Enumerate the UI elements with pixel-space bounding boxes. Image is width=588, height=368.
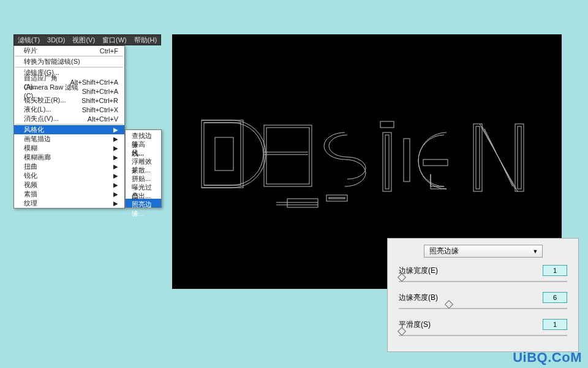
slider-value-input[interactable]: 6 [543, 292, 567, 303]
slider-smoothness: 平滑度(S) 1 [396, 319, 570, 330]
menu-item-distort[interactable]: 扭曲 ▶ [14, 162, 124, 171]
menu-item-shortcut: Shift+Ctrl+R [81, 97, 118, 104]
menu-item-convert-smart[interactable]: 转换为智能滤镜(S) [14, 57, 124, 66]
menu-item-fragment[interactable]: 碎片 Ctrl+F [14, 46, 124, 55]
menu-item-vanishing-point[interactable]: 消失点(V)... Alt+Ctrl+V [14, 114, 124, 123]
menu-item-liquify[interactable]: 液化(L)... Shift+Ctrl+X [14, 105, 124, 114]
submenu-item-emboss[interactable]: 浮雕效果... [126, 156, 161, 164]
svg-rect-4 [266, 128, 309, 184]
stylize-submenu: 查找边缘 等高线... 风... 浮雕效果... 扩散... 拼贴... 曝光过… [125, 129, 162, 208]
menu-separator [15, 56, 123, 56]
menu-item-camera-raw[interactable]: Camera Raw 滤镜(C)... Shift+Ctrl+A [14, 86, 124, 96]
submenu-item-wind[interactable]: 风... [126, 147, 161, 156]
svg-rect-20 [518, 126, 521, 189]
submenu-arrow-icon: ▶ [113, 145, 118, 151]
menu-item-label: 模糊画廊 [24, 153, 51, 162]
slider-label: 边缘宽度(E) [399, 266, 438, 276]
submenu-item-diffuse[interactable]: 扩散... [126, 164, 161, 173]
menu-item-label: 扭曲 [24, 162, 37, 171]
slider-edge-brightness: 边缘亮度(B) 6 [396, 292, 570, 303]
menu-view[interactable]: 视图(V) [69, 35, 99, 45]
slider-edge-width: 边缘宽度(E) 1 [396, 265, 570, 276]
submenu-arrow-icon: ▶ [113, 200, 118, 207]
svg-rect-18 [476, 126, 480, 189]
menu-item-label: 消失点(V)... [24, 114, 59, 123]
submenu-arrow-icon: ▶ [113, 182, 118, 188]
chevron-down-icon: ▼ [533, 248, 538, 255]
slider-value-input[interactable]: 1 [543, 265, 567, 276]
svg-rect-1 [204, 123, 241, 185]
svg-rect-12 [383, 132, 391, 191]
submenu-item-contour[interactable]: 等高线... [126, 139, 161, 147]
svg-rect-2 [215, 137, 233, 171]
submenu-arrow-icon: ▶ [113, 126, 118, 133]
submenu-arrow-icon: ▶ [113, 154, 118, 161]
svg-rect-10 [326, 195, 347, 201]
menu-item-shortcut: Alt+Ctrl+V [88, 115, 118, 123]
menu-item-shortcut: Ctrl+F [100, 47, 118, 55]
watermark-text: UiBQ.CoM [513, 350, 582, 366]
submenu-arrow-icon: ▶ [113, 136, 118, 142]
menu-item-shortcut: Shift+Ctrl+A [82, 88, 118, 95]
submenu-item-solarize[interactable]: 曝光过度 [126, 182, 161, 190]
svg-rect-15 [423, 159, 448, 166]
menu-item-blur[interactable]: 模糊 ▶ [14, 144, 124, 153]
svg-rect-17 [473, 124, 482, 191]
menu-item-shortcut: Shift+Ctrl+X [82, 106, 118, 113]
menu-separator [15, 67, 123, 67]
menu-item-texture[interactable]: 纹理 ▶ [14, 199, 124, 208]
menu-3d[interactable]: 3D(D) [43, 36, 69, 44]
menu-window[interactable]: 窗口(W) [99, 35, 130, 45]
svg-rect-3 [264, 125, 312, 186]
svg-rect-0 [202, 120, 243, 188]
menu-item-label: 素描 [24, 190, 37, 199]
effect-select[interactable]: 照亮边缘 ▼ [424, 245, 543, 258]
menu-item-label: 画笔描边 [24, 134, 51, 144]
svg-line-23 [484, 129, 513, 186]
svg-rect-13 [385, 135, 389, 189]
glowing-edges-panel: 照亮边缘 ▼ 边缘宽度(E) 1 边缘亮度(B) 6 平滑度(S) 1 [387, 238, 579, 352]
menu-item-sharpen[interactable]: 锐化 ▶ [14, 171, 124, 180]
slider-track-edge-width[interactable] [399, 277, 567, 286]
slider-label: 平滑度(S) [399, 320, 431, 330]
menu-item-label: 纹理 [24, 199, 37, 208]
menu-item-label: 碎片 [24, 46, 37, 55]
menu-help[interactable]: 帮助(H) [130, 35, 160, 45]
menubar: 滤镜(T) 3D(D) 视图(V) 窗口(W) 帮助(H) [13, 34, 161, 45]
svg-rect-14 [380, 121, 394, 128]
effect-select-value: 照亮边缘 [429, 246, 459, 256]
svg-rect-16 [404, 139, 410, 182]
submenu-item-tiles[interactable]: 拼贴... [126, 173, 161, 182]
filter-dropdown: 碎片 Ctrl+F 转换为智能滤镜(S) 滤镜库(G)... 自适应广角(A).… [13, 45, 125, 209]
submenu-item-find-edges[interactable]: 查找边缘 [126, 130, 161, 139]
menu-item-video[interactable]: 视频 ▶ [14, 180, 124, 190]
submenu-arrow-icon: ▶ [113, 191, 118, 197]
submenu-item-extrude[interactable]: 凸出... [126, 190, 161, 199]
slider-track-edge-brightness[interactable] [399, 304, 567, 313]
menu-item-brush-strokes[interactable]: 画笔描边 ▶ [14, 134, 124, 144]
slider-label: 边缘亮度(B) [399, 293, 438, 303]
menu-item-label: 转换为智能滤镜(S) [24, 57, 80, 66]
svg-rect-19 [515, 124, 524, 191]
submenu-arrow-icon: ▶ [113, 172, 118, 179]
menu-item-label: 视频 [24, 180, 37, 190]
menu-item-label: 模糊 [24, 144, 37, 153]
menu-item-sketch[interactable]: 素描 ▶ [14, 190, 124, 199]
menu-item-label: 锐化 [24, 171, 37, 180]
menu-item-label: 液化(L)... [24, 105, 51, 114]
submenu-arrow-icon: ▶ [113, 163, 118, 170]
menu-item-label: 风格化 [24, 125, 44, 134]
submenu-item-glowing-edges[interactable]: 照亮边缘... [126, 199, 161, 207]
menu-item-label: 镜头校正(R)... [24, 96, 66, 105]
menu-item-blur-gallery[interactable]: 模糊画廊 ▶ [14, 153, 124, 162]
menu-filter[interactable]: 滤镜(T) [14, 35, 43, 45]
svg-rect-9 [287, 199, 318, 207]
slider-track-smoothness[interactable] [399, 331, 567, 340]
slider-value-input[interactable]: 1 [543, 319, 567, 330]
menu-separator [15, 124, 123, 125]
svg-rect-11 [329, 197, 345, 199]
menu-item-stylize[interactable]: 风格化 ▶ [14, 125, 124, 134]
